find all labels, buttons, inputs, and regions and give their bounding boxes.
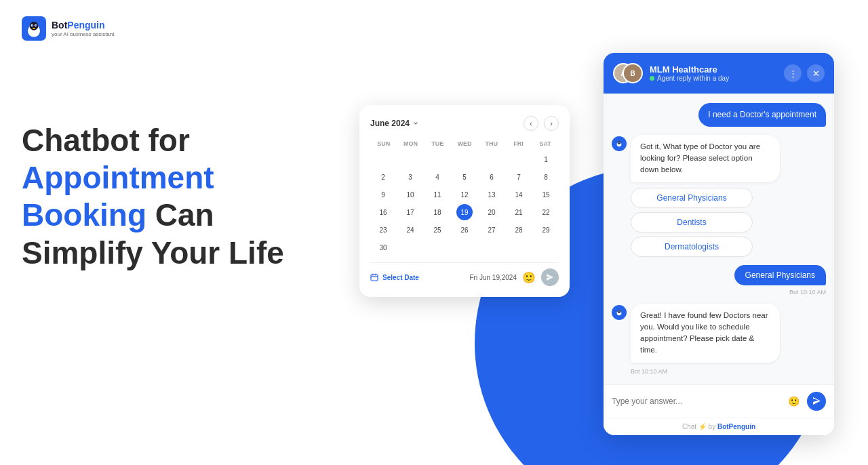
cal-day-2[interactable]: 2	[375, 169, 391, 185]
cal-day-29[interactable]: 29	[538, 222, 554, 238]
cal-day-8[interactable]: 8	[538, 169, 554, 185]
bot-content-1: Got it, What type of Doctor you are look…	[631, 135, 780, 257]
calendar-days: 1 2 3 4 5 6 7 8 9 10 11 12 13 14 15 16 1…	[370, 151, 559, 256]
chat-messages: I need a Doctor's appointment Got it, Wh…	[604, 94, 834, 384]
bot-content-2: Great! I have found few Doctors near you…	[631, 304, 780, 375]
logo-bot-text: Bot	[52, 20, 67, 31]
calendar-grid: SUN MON TUE WED THU FRI SAT 1 2 3 4 5 6 …	[370, 139, 559, 256]
option-buttons: General Physicians Dentists Dermatologis…	[631, 188, 780, 257]
svg-point-6	[35, 25, 37, 26]
chat-close-btn[interactable]: ✕	[807, 64, 825, 82]
calendar-day-names: SUN MON TUE WED THU FRI SAT	[370, 139, 559, 148]
svg-point-10	[617, 141, 620, 144]
option-dermatologists[interactable]: Dermatologists	[631, 237, 753, 257]
bot-avatar-1	[612, 136, 627, 151]
calendar-prev-btn[interactable]: ‹	[524, 116, 538, 131]
cal-day-17[interactable]: 17	[402, 204, 418, 220]
cal-day-19[interactable]: 19	[456, 204, 473, 220]
cal-day-30[interactable]: 30	[375, 239, 391, 256]
calendar-icon	[370, 273, 378, 281]
cal-day-14[interactable]: 14	[511, 186, 527, 203]
cal-day-1[interactable]: 1	[538, 151, 554, 167]
svg-point-11	[618, 142, 618, 142]
svg-point-16	[619, 310, 620, 311]
cal-day-24[interactable]: 24	[402, 222, 418, 238]
bot-avatar-2	[612, 305, 627, 320]
cal-day-6[interactable]: 6	[484, 169, 500, 185]
chat-header: A B MLM Healthcare Agent reply within a …	[604, 53, 834, 94]
hero-line4: Simplify Your Life	[22, 235, 284, 270]
hero-line2: Appointment	[22, 160, 214, 195]
send-button[interactable]	[807, 392, 826, 411]
calendar-month-chevron	[412, 120, 419, 127]
user-bubble-1: I need a Doctor's appointment	[698, 103, 826, 127]
cal-day-27[interactable]: 27	[484, 222, 500, 238]
hero-section: Chatbot for Appointment Booking Can Simp…	[22, 122, 284, 272]
cal-day-10[interactable]: 10	[402, 186, 418, 203]
bot-penguin-icon	[615, 140, 623, 148]
avatar-2: B	[623, 63, 643, 83]
hero-line3-highlight: Booking	[22, 197, 146, 232]
calendar-footer-icons: Fri Jun 19,2024 🙂	[470, 268, 559, 286]
cal-day-7[interactable]: 7	[511, 169, 527, 185]
cal-day-13[interactable]: 13	[484, 186, 500, 203]
bot-bubble-1: Got it, What type of Doctor you are look…	[631, 135, 780, 182]
chat-avatars: A B	[613, 61, 643, 85]
hero-line1: Chatbot for	[22, 123, 190, 158]
emoji-icon: 🙂	[522, 271, 536, 284]
bot-message-1: Got it, What type of Doctor you are look…	[612, 135, 780, 257]
chat-status: Agent reply within a day	[650, 75, 729, 82]
chat-business-name: MLM Healthcare	[650, 64, 729, 75]
cal-day-23[interactable]: 23	[375, 222, 391, 238]
chat-header-info: MLM Healthcare Agent reply within a day	[650, 64, 729, 82]
cal-day-16[interactable]: 16	[375, 204, 391, 220]
chat-input[interactable]	[612, 397, 778, 406]
chat-footer-brand: BotPenguin	[717, 423, 755, 430]
calendar-month: June 2024	[370, 119, 419, 128]
cal-day-22[interactable]: 22	[538, 204, 554, 220]
cal-day-12[interactable]: 12	[456, 186, 473, 203]
user-message-1: I need a Doctor's appointment	[698, 103, 826, 127]
chat-input-icons: 🙂	[784, 392, 826, 411]
calendar-nav: ‹ ›	[524, 116, 559, 131]
svg-point-14	[617, 309, 620, 312]
svg-point-5	[32, 25, 33, 26]
cal-day-20[interactable]: 20	[484, 204, 500, 220]
chat-footer: Chat ⚡ by BotPenguin	[604, 418, 834, 435]
cal-day-26[interactable]: 26	[456, 222, 473, 238]
calendar-next-btn[interactable]: ›	[544, 116, 559, 131]
calendar-footer: Select Date Fri Jun 19,2024 🙂	[370, 262, 559, 286]
chat-widget: A B MLM Healthcare Agent reply within a …	[604, 53, 834, 435]
svg-rect-8	[371, 275, 378, 281]
send-icon[interactable]	[541, 268, 559, 286]
send-icon-svg	[812, 397, 821, 405]
cal-day-18[interactable]: 18	[429, 204, 446, 220]
bot-message-2: Great! I have found few Doctors near you…	[612, 304, 780, 375]
calendar-widget: June 2024 ‹ › SUN MON TUE WED THU FRI SA…	[359, 105, 570, 297]
cal-day-28[interactable]: 28	[511, 222, 527, 238]
emoji-button[interactable]: 🙂	[784, 392, 803, 411]
user-selection-time: Bot 10:10 AM	[789, 289, 826, 296]
lightning-icon: ⚡	[698, 423, 707, 430]
cal-day-21[interactable]: 21	[511, 204, 527, 220]
cal-day-5[interactable]: 5	[456, 169, 473, 185]
bot-bubble-2: Great! I have found few Doctors near you…	[631, 304, 780, 363]
chat-more-btn[interactable]: ⋮	[784, 64, 802, 82]
status-dot	[650, 76, 654, 81]
cal-day-25[interactable]: 25	[429, 222, 446, 238]
option-dentists[interactable]: Dentists	[631, 212, 753, 232]
cal-day-3[interactable]: 3	[402, 169, 418, 185]
cal-day-4[interactable]: 4	[429, 169, 446, 185]
bot-penguin-icon-2	[615, 308, 623, 317]
logo-tagline: your AI business assistant	[52, 32, 115, 38]
chat-input-area: 🙂	[604, 384, 834, 418]
cal-day-11[interactable]: 11	[429, 186, 446, 203]
calendar-select-date[interactable]: Select Date	[370, 273, 419, 281]
svg-rect-7	[33, 28, 35, 29]
hero-line3-rest: Can	[146, 197, 214, 232]
chat-header-actions: ⋮ ✕	[784, 64, 825, 82]
user-selection-bubble: General Physicians	[734, 265, 826, 285]
cal-day-9[interactable]: 9	[375, 186, 391, 203]
cal-day-15[interactable]: 15	[538, 186, 554, 203]
option-general-physicians[interactable]: General Physicians	[631, 188, 753, 208]
